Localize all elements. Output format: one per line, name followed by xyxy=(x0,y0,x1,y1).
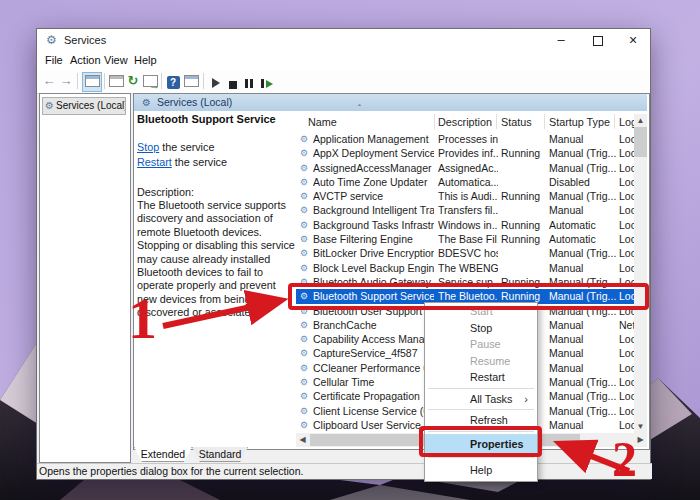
table-row[interactable]: ⚙Block Level Backup Engine ...The WBENG.… xyxy=(296,261,634,275)
cell-status: Running xyxy=(501,218,546,232)
sidebar-item-services-local[interactable]: ⚙Services (Local) xyxy=(42,97,126,115)
description-text: The Bluetooth service supports discovery… xyxy=(137,199,296,320)
menu-file[interactable]: File xyxy=(45,54,63,66)
table-row[interactable]: ⚙Application ManagementProcesses in...Ma… xyxy=(296,132,634,146)
cell-description: BDESVC hos... xyxy=(438,246,498,260)
column-header-status[interactable]: Status xyxy=(501,116,532,128)
menu-item-label: Stop xyxy=(470,322,492,334)
scroll-left-icon[interactable]: ◀ xyxy=(296,433,309,447)
vertical-scrollbar[interactable]: ▲ ▼ xyxy=(634,114,647,433)
console-window-icon xyxy=(85,75,100,87)
cell-startup-type: Automatic xyxy=(549,218,617,232)
menu-action[interactable]: Action xyxy=(70,54,101,66)
menu-item-start[interactable]: Start xyxy=(425,303,537,320)
cell-log-on-as: Loc... xyxy=(619,189,634,203)
column-header-name[interactable]: Name xyxy=(308,116,337,128)
scroll-up-icon[interactable]: ▲ xyxy=(634,114,647,127)
table-row[interactable]: ⚙AppX Deployment Service (...Provides in… xyxy=(296,146,634,160)
menu-help[interactable]: Help xyxy=(134,54,157,66)
refresh-icon[interactable]: ↻ xyxy=(125,73,141,89)
services-pane: ⚙Services (Local) Bluetooth Support Serv… xyxy=(133,93,650,450)
minimize-button[interactable]: – xyxy=(546,29,576,51)
table-row[interactable]: ⚙Background Intelligent Tran...Transfers… xyxy=(296,203,634,217)
cell-startup-type: Manual (Trig... xyxy=(549,289,617,303)
cell-name: Certificate Propagation xyxy=(313,389,434,403)
table-row[interactable]: ⚙Background Tasks Infrastruc...Windows i… xyxy=(296,218,634,232)
cell-startup-type: Manual xyxy=(549,361,617,375)
menu-item-stop[interactable]: Stop xyxy=(425,320,537,337)
cell-startup-type: Manual (Trig... xyxy=(549,189,617,203)
cell-name: BitLocker Drive Encryption ... xyxy=(313,246,434,260)
restart-service-link[interactable]: Restart xyxy=(137,156,172,168)
menu-bar: File Action View Help xyxy=(37,51,650,70)
menu-item-pause[interactable]: Pause xyxy=(425,336,537,353)
cell-name: Background Intelligent Tran... xyxy=(313,203,434,217)
cell-name: Bluetooth User Support Ser... xyxy=(313,304,434,318)
cell-name: Auto Time Zone Updater xyxy=(313,175,434,189)
menu-view[interactable]: View xyxy=(104,54,128,66)
export-list-icon[interactable]: → xyxy=(142,73,158,89)
vertical-scrollbar-thumb[interactable] xyxy=(634,127,647,157)
title-bar[interactable]: ⚙ Services – × xyxy=(37,29,650,51)
close-button[interactable]: × xyxy=(618,29,648,51)
cell-name: Application Management xyxy=(313,132,434,146)
cell-log-on-as: Loc... xyxy=(619,404,634,418)
menu-item-properties[interactable]: Properties xyxy=(425,434,537,455)
cell-startup-type: Manual xyxy=(549,346,617,360)
menu-item-refresh[interactable]: Refresh xyxy=(425,412,537,429)
show-console-tree-icon[interactable] xyxy=(82,72,102,92)
table-row[interactable]: ⚙Auto Time Zone UpdaterAutomatica...Disa… xyxy=(296,175,634,189)
cell-log-on-as: Loc... xyxy=(619,346,634,360)
menu-item-resume[interactable]: Resume xyxy=(425,353,537,370)
service-gear-icon: ⚙ xyxy=(300,218,308,232)
cell-description: The WBENG... xyxy=(438,261,498,275)
service-gear-icon: ⚙ xyxy=(300,203,308,217)
help-icon[interactable]: ? xyxy=(165,73,181,89)
column-header-description[interactable]: Description xyxy=(438,116,492,128)
service-gear-icon: ⚙ xyxy=(300,161,308,175)
table-row[interactable]: ⚙Bluetooth Audio Gateway S...Service sup… xyxy=(296,275,634,289)
menu-item-label: Restart xyxy=(470,371,505,383)
cell-description: Transfers fil... xyxy=(438,203,498,217)
show-hide-action-pane-icon[interactable] xyxy=(183,73,199,89)
table-row[interactable]: ⚙AVCTP serviceThis is Audi...RunningManu… xyxy=(296,189,634,203)
cell-startup-type: Manual (Trig... xyxy=(549,246,617,260)
restart-service-icon[interactable] xyxy=(258,76,274,92)
cell-log-on-as: Loc... xyxy=(619,275,634,289)
menu-item-restart[interactable]: Restart xyxy=(425,369,537,386)
cell-name: Background Tasks Infrastruc... xyxy=(313,218,434,232)
cell-status: Running xyxy=(501,232,546,246)
forward-icon[interactable]: → xyxy=(58,73,74,89)
pane-header: ⚙Services (Local) xyxy=(134,94,647,111)
toolbar: ← → ↻ → ? xyxy=(37,70,650,94)
cell-log-on-as: Loc... xyxy=(619,375,634,389)
cell-startup-type: Manual (Trig... xyxy=(549,304,617,318)
cell-log-on-as: Loc... xyxy=(619,218,634,232)
cell-name: Bluetooth Audio Gateway S... xyxy=(313,275,434,289)
services-window: ⚙ Services – × File Action View Help ← →… xyxy=(36,28,651,480)
table-row[interactable]: ⚙Base Filtering EngineThe Base Fil...Run… xyxy=(296,232,634,246)
table-row[interactable]: ⚙BitLocker Drive Encryption ...BDESVC ho… xyxy=(296,246,634,260)
cell-log-on-as: Loc... xyxy=(619,332,634,346)
table-row[interactable]: ⚙AssignedAccessManager Se...AssignedAc..… xyxy=(296,161,634,175)
column-header-startup-type[interactable]: Startup Type xyxy=(549,116,610,128)
start-service-icon[interactable] xyxy=(208,76,224,92)
menu-item-help[interactable]: Help xyxy=(425,460,537,481)
back-icon[interactable]: ← xyxy=(41,73,57,89)
menu-item-label: Start xyxy=(470,305,493,317)
maximize-button[interactable] xyxy=(583,29,613,51)
menu-item-all-tasks[interactable]: All Tasks› xyxy=(425,391,537,408)
pause-service-icon[interactable] xyxy=(241,76,257,92)
cell-description: Service sup... xyxy=(438,275,498,289)
cell-name: BranchCache xyxy=(313,318,434,332)
cell-startup-type: Manual xyxy=(549,332,617,346)
tab-extended[interactable]: Extended xyxy=(134,447,192,462)
column-divider xyxy=(544,114,545,129)
stop-service-link[interactable]: Stop xyxy=(137,141,159,153)
submenu-arrow-icon: › xyxy=(524,391,528,408)
cell-startup-type: Manual xyxy=(549,132,617,146)
sort-ascending-icon: ˆ xyxy=(358,103,361,113)
stop-service-icon[interactable] xyxy=(225,77,241,93)
properties-window-icon[interactable] xyxy=(108,73,124,89)
tab-standard[interactable]: Standard xyxy=(192,447,248,462)
